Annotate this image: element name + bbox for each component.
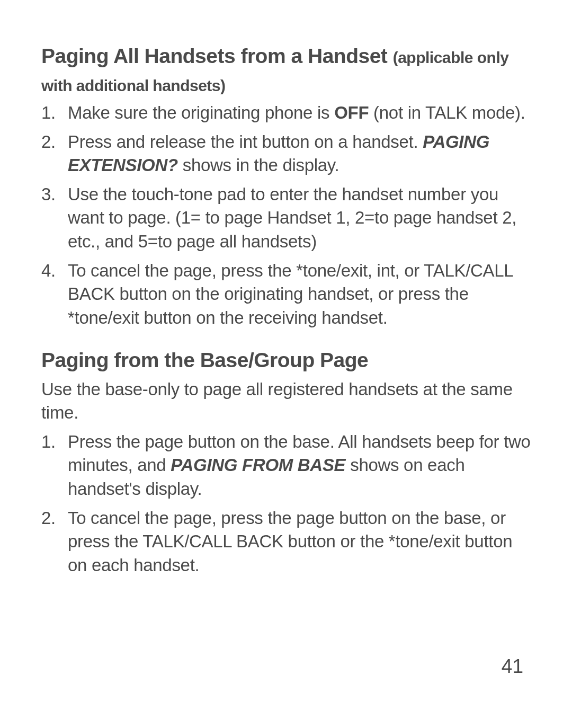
step-text: (not in TALK mode). (369, 103, 525, 122)
step-text: shows in the display. (178, 155, 339, 175)
steps-list-1: Make sure the originating phone is OFF (… (41, 101, 531, 330)
heading-main-text: Paging All Handsets from a Handset (41, 45, 393, 67)
step-text: To cancel the page, press the page butto… (68, 508, 512, 575)
step-text: Press and release the int button on a ha… (68, 132, 423, 152)
step-item: Press and release the int button on a ha… (41, 130, 531, 177)
section-paging-all-handsets: Paging All Handsets from a Handset (appl… (41, 42, 531, 330)
step-item: To cancel the page, press the *tone/exit… (41, 259, 531, 330)
step-text: To cancel the page, press the *tone/exit… (68, 261, 513, 327)
steps-list-2: Press the page button on the base. All h… (41, 430, 531, 577)
step-text-bolditalic: PAGING FROM BASE (171, 455, 345, 475)
intro-text: Use the base-only to page all registered… (41, 379, 513, 423)
step-text: Use the touch-tone pad to enter the hand… (68, 184, 516, 251)
step-item: To cancel the page, press the page butto… (41, 507, 531, 578)
step-text: Make sure the originating phone is (68, 103, 334, 122)
intro-paragraph: Use the base-only to page all registered… (41, 378, 531, 425)
heading-paging-base: Paging from the Base/Group Page (41, 347, 531, 375)
page-number: 41 (502, 655, 523, 678)
step-text-bold: OFF (334, 103, 369, 122)
heading-text: Paging from the Base/Group Page (41, 349, 368, 371)
step-item: Use the touch-tone pad to enter the hand… (41, 183, 531, 254)
heading-paging-all: Paging All Handsets from a Handset (appl… (41, 42, 531, 98)
section-paging-from-base: Paging from the Base/Group Page Use the … (41, 347, 531, 577)
step-item: Make sure the originating phone is OFF (… (41, 101, 531, 125)
page-number-text: 41 (502, 655, 523, 677)
step-item: Press the page button on the base. All h… (41, 430, 531, 501)
